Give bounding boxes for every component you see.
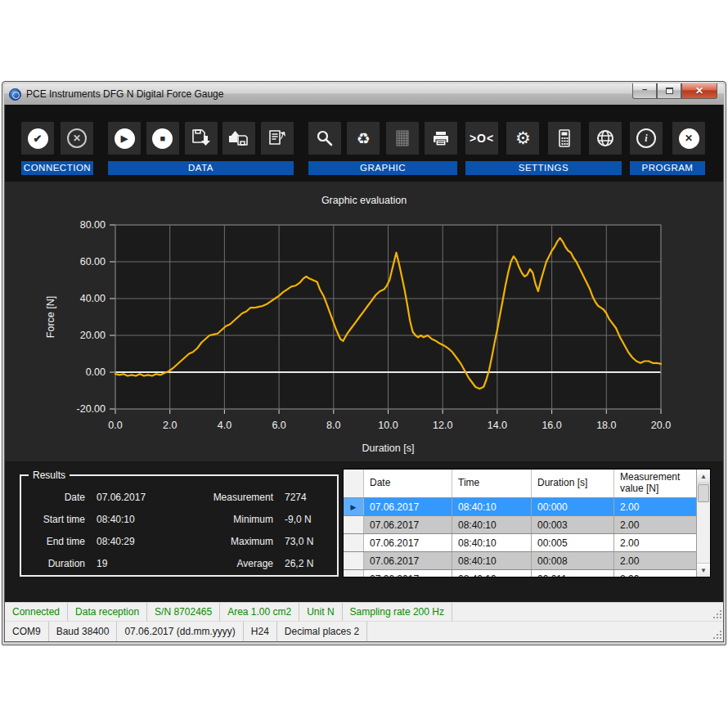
svg-text:14.0: 14.0 xyxy=(488,420,507,431)
stop-measurement-button[interactable]: ■ xyxy=(146,122,179,155)
svg-text:-20.00: -20.00 xyxy=(77,403,106,415)
row-selector-cell[interactable] xyxy=(344,552,364,569)
scroll-up-button[interactable]: ▲ xyxy=(697,470,710,483)
export-document-icon xyxy=(267,128,288,149)
svg-text:Force [N]: Force [N] xyxy=(45,296,56,338)
table-row[interactable]: 07.06.2017 08:40:10 00:003 2.00 xyxy=(344,516,710,534)
refresh-button[interactable]: ♻ xyxy=(347,122,380,155)
column-header-date[interactable]: Date xyxy=(364,470,452,497)
svg-text:60.00: 60.00 xyxy=(80,256,106,267)
scrollbar-thumb[interactable] xyxy=(698,484,709,502)
row-selector-cell[interactable] xyxy=(344,534,364,551)
minimize-button[interactable]: – xyxy=(632,83,657,99)
toolbar-group-settings: >O< ⚙ xyxy=(465,105,622,182)
result-label-duration: Duration xyxy=(21,558,97,569)
status-date-format: 07.06.2017 (dd.mm.yyyy) xyxy=(117,622,243,641)
result-label-start-time: Start time xyxy=(21,514,97,525)
cell-duration[interactable]: 00:011 xyxy=(532,570,614,577)
table-scrollbar[interactable]: ▲ ▼ xyxy=(696,470,710,577)
save-floppy-down-icon xyxy=(191,128,212,149)
cell-measurement[interactable]: 2.00 xyxy=(614,516,698,533)
tare-icon: >O< xyxy=(470,132,494,145)
save-data-button[interactable] xyxy=(185,122,218,155)
language-button[interactable] xyxy=(589,122,622,155)
result-label-end-time: End time xyxy=(21,536,97,547)
connect-button[interactable]: ✔ xyxy=(21,122,54,155)
status-connected: Connected xyxy=(5,603,68,621)
calculator-button[interactable] xyxy=(548,122,581,155)
cell-duration[interactable]: 00:000 xyxy=(532,498,614,515)
cell-measurement[interactable]: 2.00 xyxy=(614,552,698,569)
result-label-average: Average xyxy=(193,558,285,569)
cell-duration[interactable]: 00:008 xyxy=(532,552,614,569)
row-selector-cell[interactable] xyxy=(344,570,364,577)
table-corner-cell[interactable] xyxy=(344,470,364,497)
cell-time[interactable]: 08:40:10 xyxy=(452,552,532,569)
table-row[interactable]: 07.06.2017 08:40:10 00:008 2.00 xyxy=(344,552,710,570)
toolbar-group-label-program: PROGRAM xyxy=(630,161,705,175)
svg-text:0.00: 0.00 xyxy=(86,366,106,378)
export-data-button[interactable] xyxy=(261,122,294,155)
table-row[interactable]: 07.06.2017 08:40:10 00:005 2.00 xyxy=(344,534,710,552)
resize-grip-icon xyxy=(713,610,721,618)
scroll-down-button[interactable]: ▼ xyxy=(697,563,710,577)
svg-text:Duration [s]: Duration [s] xyxy=(362,443,415,454)
status-unit: Unit N xyxy=(299,603,342,621)
load-data-button[interactable] xyxy=(222,122,255,155)
svg-text:8.0: 8.0 xyxy=(326,420,340,431)
row-selector-cell[interactable] xyxy=(344,516,364,533)
table-row[interactable]: 07.06.2017 08:40:10 00:011 2.00 xyxy=(344,570,710,577)
result-value-average: 26,2 N xyxy=(285,558,332,569)
titlebar[interactable]: PCE Instruments DFG N Digital Force Gaug… xyxy=(4,83,724,105)
cell-measurement[interactable]: 2.00 xyxy=(614,534,698,551)
cell-time[interactable]: 08:40:10 xyxy=(452,570,532,577)
connect-check-icon: ✔ xyxy=(28,128,48,149)
info-button[interactable]: i xyxy=(630,122,663,155)
recycle-icon: ♻ xyxy=(357,129,371,148)
settings-button[interactable]: ⚙ xyxy=(506,122,539,155)
exit-x-icon: ✕ xyxy=(679,128,699,149)
result-label-maximum: Maximum xyxy=(193,536,285,547)
cell-date[interactable]: 07.06.2017 xyxy=(364,498,452,515)
column-header-time[interactable]: Time xyxy=(452,470,532,497)
cell-time[interactable]: 08:40:10 xyxy=(452,534,532,551)
table-row[interactable]: ▶ 07.06.2017 08:40:10 00:000 2.00 xyxy=(344,498,710,516)
cell-date[interactable]: 07.06.2017 xyxy=(364,552,452,569)
cell-date[interactable]: 07.06.2017 xyxy=(364,516,452,533)
disconnect-button[interactable]: ✕ xyxy=(61,122,93,155)
table-header-row: Date Time Duration [s] Measurement value… xyxy=(344,470,710,498)
cell-measurement[interactable]: 2.00 xyxy=(614,570,698,577)
result-value-end-time: 08:40:29 xyxy=(97,536,193,547)
result-value-date: 07.06.2017 xyxy=(97,492,193,503)
statusbar-port: COM9 Baud 38400 07.06.2017 (dd.mm.yyyy) … xyxy=(5,622,723,641)
grid-icon xyxy=(392,128,413,149)
restore-button[interactable] xyxy=(657,83,681,99)
force-chart: 0.02.04.06.08.010.012.014.016.018.020.08… xyxy=(5,214,721,460)
row-selector-cell[interactable]: ▶ xyxy=(344,498,364,515)
status-data-reception: Data reception xyxy=(68,603,147,621)
cell-duration[interactable]: 00:005 xyxy=(532,534,614,551)
tare-button[interactable]: >O< xyxy=(465,122,498,155)
column-header-duration[interactable]: Duration [s] xyxy=(532,470,614,497)
result-value-measurement: 7274 xyxy=(285,492,332,503)
cell-date[interactable]: 07.06.2017 xyxy=(364,570,452,577)
column-header-measurement[interactable]: Measurement value [N] xyxy=(614,470,698,497)
row-selector-arrow-icon: ▶ xyxy=(351,503,357,511)
exit-button[interactable]: ✕ xyxy=(672,122,705,155)
result-value-maximum: 73,0 N xyxy=(285,536,332,547)
load-floppy-up-icon xyxy=(228,128,249,149)
print-button[interactable] xyxy=(425,122,457,155)
cell-measurement[interactable]: 2.00 xyxy=(614,498,698,515)
zoom-button[interactable] xyxy=(308,122,341,155)
gear-icon: ⚙ xyxy=(515,128,531,148)
cell-duration[interactable]: 00:003 xyxy=(532,516,614,533)
status-decimal-places: Decimal places 2 xyxy=(277,622,367,641)
grid-toggle-button[interactable] xyxy=(386,122,419,155)
start-measurement-button[interactable]: ▶ xyxy=(108,122,141,155)
cell-time[interactable]: 08:40:10 xyxy=(452,498,532,515)
close-button[interactable]: ✕ xyxy=(681,83,717,99)
cell-time[interactable]: 08:40:10 xyxy=(452,516,532,533)
scroll-up-icon: ▲ xyxy=(700,473,707,480)
cell-date[interactable]: 07.06.2017 xyxy=(364,534,452,551)
svg-text:10.0: 10.0 xyxy=(378,420,398,431)
